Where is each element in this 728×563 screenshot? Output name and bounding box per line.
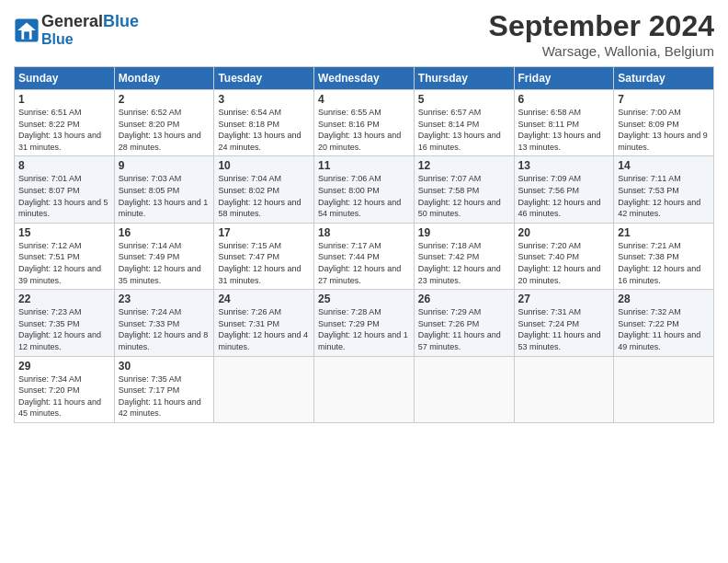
week-row-4: 22 Sunrise: 7:23 AMSunset: 7:35 PMDaylig… [15,290,714,356]
day-info: Sunrise: 7:14 AMSunset: 7:49 PMDaylight:… [119,240,210,286]
calendar-cell: 10 Sunrise: 7:04 AMSunset: 8:02 PMDaylig… [214,156,314,223]
calendar-cell: 27 Sunrise: 7:31 AMSunset: 7:24 PMDaylig… [514,290,614,356]
col-friday: Friday [514,67,614,90]
day-number: 19 [418,226,510,239]
calendar-cell: 11 Sunrise: 7:06 AMSunset: 8:00 PMDaylig… [314,156,415,223]
calendar-cell: 4 Sunrise: 6:55 AMSunset: 8:16 PMDayligh… [314,90,415,156]
day-info: Sunrise: 7:35 AMSunset: 7:17 PMDaylight:… [119,373,210,419]
day-info: Sunrise: 7:20 AMSunset: 7:40 PMDaylight:… [518,240,610,286]
day-info: Sunrise: 7:00 AMSunset: 8:09 PMDaylight:… [618,107,710,153]
day-number: 6 [518,93,610,106]
day-number: 1 [18,93,110,106]
day-number: 24 [218,293,310,305]
calendar-cell: 18 Sunrise: 7:17 AMSunset: 7:44 PMDaylig… [314,223,415,289]
day-info: Sunrise: 7:32 AMSunset: 7:22 PMDaylight:… [618,306,710,352]
col-sunday: Sunday [15,67,115,90]
calendar-cell [514,356,614,422]
day-number: 23 [119,293,210,305]
svg-rect-2 [24,31,29,39]
calendar-cell: 9 Sunrise: 7:03 AMSunset: 8:05 PMDayligh… [114,156,214,223]
col-monday: Monday [114,67,214,90]
calendar-cell: 21 Sunrise: 7:21 AMSunset: 7:38 PMDaylig… [614,223,714,289]
day-number: 11 [318,159,410,172]
logo-text: GeneralBlue Blue [41,13,139,47]
day-number: 28 [618,293,710,305]
col-saturday: Saturday [614,67,714,90]
day-info: Sunrise: 6:51 AMSunset: 8:22 PMDaylight:… [18,107,110,153]
day-info: Sunrise: 7:17 AMSunset: 7:44 PMDaylight:… [318,240,410,286]
logo-icon [14,17,40,43]
day-info: Sunrise: 7:28 AMSunset: 7:29 PMDaylight:… [318,306,410,352]
calendar-cell: 7 Sunrise: 7:00 AMSunset: 8:09 PMDayligh… [614,90,714,156]
day-info: Sunrise: 7:09 AMSunset: 7:56 PMDaylight:… [518,173,610,219]
week-row-5: 29 Sunrise: 7:34 AMSunset: 7:20 PMDaylig… [15,356,714,422]
calendar-cell: 28 Sunrise: 7:32 AMSunset: 7:22 PMDaylig… [614,290,714,356]
day-number: 12 [418,159,510,172]
day-number: 4 [318,93,410,106]
calendar-cell: 24 Sunrise: 7:26 AMSunset: 7:31 PMDaylig… [214,290,314,356]
col-tuesday: Tuesday [214,67,314,90]
logo-blue: Blue [103,12,139,30]
week-row-3: 15 Sunrise: 7:12 AMSunset: 7:51 PMDaylig… [15,223,714,289]
day-number: 9 [119,159,210,172]
day-info: Sunrise: 7:01 AMSunset: 8:07 PMDaylight:… [18,173,110,219]
day-number: 21 [618,226,710,239]
day-number: 2 [119,93,210,106]
calendar-cell: 22 Sunrise: 7:23 AMSunset: 7:35 PMDaylig… [15,290,115,356]
calendar-cell: 5 Sunrise: 6:57 AMSunset: 8:14 PMDayligh… [414,90,514,156]
calendar-cell: 3 Sunrise: 6:54 AMSunset: 8:18 PMDayligh… [214,90,314,156]
day-info: Sunrise: 6:57 AMSunset: 8:14 PMDaylight:… [418,107,510,153]
day-info: Sunrise: 6:54 AMSunset: 8:18 PMDaylight:… [218,107,310,153]
location: Warsage, Wallonia, Belgium [489,43,714,59]
day-number: 16 [119,226,210,239]
calendar-cell: 25 Sunrise: 7:28 AMSunset: 7:29 PMDaylig… [314,290,415,356]
calendar-cell: 15 Sunrise: 7:12 AMSunset: 7:51 PMDaylig… [15,223,115,289]
col-wednesday: Wednesday [314,67,415,90]
calendar-cell: 8 Sunrise: 7:01 AMSunset: 8:07 PMDayligh… [15,156,115,223]
day-info: Sunrise: 7:06 AMSunset: 8:00 PMDaylight:… [318,173,410,219]
calendar-cell: 29 Sunrise: 7:34 AMSunset: 7:20 PMDaylig… [15,356,115,422]
day-info: Sunrise: 6:58 AMSunset: 8:11 PMDaylight:… [518,107,610,153]
day-number: 8 [18,159,110,172]
calendar-cell: 30 Sunrise: 7:35 AMSunset: 7:17 PMDaylig… [114,356,214,422]
calendar-cell: 13 Sunrise: 7:09 AMSunset: 7:56 PMDaylig… [514,156,614,223]
calendar-cell: 1 Sunrise: 6:51 AMSunset: 8:22 PMDayligh… [15,90,115,156]
calendar-cell: 20 Sunrise: 7:20 AMSunset: 7:40 PMDaylig… [514,223,614,289]
header-row: Sunday Monday Tuesday Wednesday Thursday… [15,67,714,90]
calendar-cell: 17 Sunrise: 7:15 AMSunset: 7:47 PMDaylig… [214,223,314,289]
day-info: Sunrise: 6:52 AMSunset: 8:20 PMDaylight:… [119,107,210,153]
calendar-cell: 14 Sunrise: 7:11 AMSunset: 7:53 PMDaylig… [614,156,714,223]
day-info: Sunrise: 7:15 AMSunset: 7:47 PMDaylight:… [218,240,310,286]
calendar-cell: 23 Sunrise: 7:24 AMSunset: 7:33 PMDaylig… [114,290,214,356]
week-row-1: 1 Sunrise: 6:51 AMSunset: 8:22 PMDayligh… [15,90,714,156]
calendar-cell: 19 Sunrise: 7:18 AMSunset: 7:42 PMDaylig… [414,223,514,289]
day-number: 30 [119,360,210,373]
day-number: 18 [318,226,410,239]
day-info: Sunrise: 7:31 AMSunset: 7:24 PMDaylight:… [518,306,610,352]
header: GeneralBlue Blue September 2024 Warsage,… [14,9,714,59]
calendar-cell [414,356,514,422]
day-info: Sunrise: 7:11 AMSunset: 7:53 PMDaylight:… [618,173,710,219]
calendar-cell: 26 Sunrise: 7:29 AMSunset: 7:26 PMDaylig… [414,290,514,356]
calendar-cell: 12 Sunrise: 7:07 AMSunset: 7:58 PMDaylig… [414,156,514,223]
calendar-cell [314,356,415,422]
day-info: Sunrise: 7:18 AMSunset: 7:42 PMDaylight:… [418,240,510,286]
day-number: 20 [518,226,610,239]
day-info: Sunrise: 7:03 AMSunset: 8:05 PMDaylight:… [119,173,210,219]
day-number: 29 [18,360,110,373]
calendar-cell: 16 Sunrise: 7:14 AMSunset: 7:49 PMDaylig… [114,223,214,289]
day-number: 25 [318,293,410,305]
day-info: Sunrise: 7:23 AMSunset: 7:35 PMDaylight:… [18,306,110,352]
calendar-cell: 2 Sunrise: 6:52 AMSunset: 8:20 PMDayligh… [114,90,214,156]
day-number: 15 [18,226,110,239]
day-number: 13 [518,159,610,172]
calendar-table: Sunday Monday Tuesday Wednesday Thursday… [14,66,714,423]
day-number: 22 [18,293,110,305]
day-info: Sunrise: 6:55 AMSunset: 8:16 PMDaylight:… [318,107,410,153]
day-info: Sunrise: 7:21 AMSunset: 7:38 PMDaylight:… [618,240,710,286]
day-number: 5 [418,93,510,106]
day-number: 27 [518,293,610,305]
col-thursday: Thursday [414,67,514,90]
day-info: Sunrise: 7:26 AMSunset: 7:31 PMDaylight:… [218,306,310,352]
day-info: Sunrise: 7:24 AMSunset: 7:33 PMDaylight:… [119,306,210,352]
